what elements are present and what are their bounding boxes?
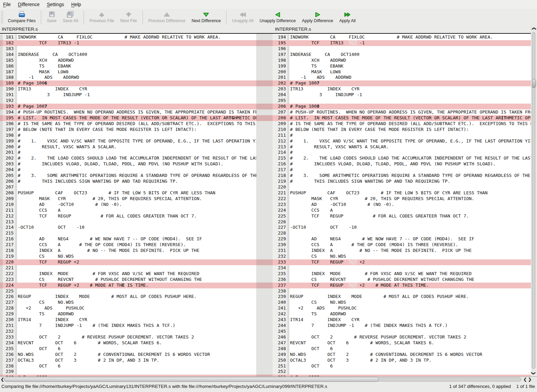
line-number: 246 bbox=[273, 334, 287, 340]
next-file-button[interactable]: Next File bbox=[117, 10, 140, 24]
code-text: REGUP INDEX MODE # MOST ALL OP CODES PUS… bbox=[289, 294, 531, 300]
diff-marker-strip bbox=[0, 230, 3, 236]
toolbar: Compare Files Save Save AllPrevious File… bbox=[0, 9, 537, 26]
code-text: -OCT10 OCT -10 bbox=[17, 225, 256, 230]
save-button[interactable]: Save bbox=[44, 10, 60, 24]
diff-line[interactable]: 206# Page 1008 bbox=[273, 104, 531, 109]
previous-difference-button[interactable]: Previous Difference bbox=[145, 10, 189, 24]
diff-line[interactable]: 182 TCF ITR13 -1 bbox=[0, 40, 256, 46]
diff-marker-strip bbox=[0, 219, 3, 225]
changed-chars: 7 bbox=[317, 80, 319, 86]
line-number: 237 bbox=[3, 358, 15, 363]
code-line: 218# 3. SOME ARITHMETIC OPERATIONS REQUI… bbox=[273, 173, 531, 179]
scroll-down-icon[interactable]: ❯ bbox=[532, 372, 536, 375]
line-number: 226 bbox=[273, 219, 287, 225]
line-number: 216 bbox=[3, 236, 15, 242]
scroll-right-icon[interactable]: ❯ bbox=[528, 377, 532, 381]
line-number: 196 bbox=[273, 46, 287, 52]
gutter-band bbox=[256, 179, 273, 184]
line-number: 214 bbox=[273, 150, 287, 155]
triangle-left-icon bbox=[274, 11, 281, 18]
line-number: 232 bbox=[273, 254, 287, 259]
gutter-band bbox=[256, 75, 273, 80]
diff-marker-strip bbox=[0, 271, 3, 277]
gutter-band bbox=[256, 98, 273, 104]
code-text: # RESULT, VXSC WANTS A SCALAR. bbox=[17, 144, 256, 150]
code-text: ITR13 INDEX CYR bbox=[17, 86, 256, 92]
diff-line[interactable]: 202# Page 1007 bbox=[273, 80, 531, 86]
code-line: 239 bbox=[0, 369, 256, 375]
gutter-band bbox=[256, 92, 273, 98]
code-text: INDWORK CA FIXLOC # MAKE ADDRWD RELATIVE… bbox=[17, 34, 256, 40]
menu-settings[interactable]: Settings bbox=[47, 2, 64, 7]
toolbar-separator bbox=[41, 11, 41, 24]
diff-marker-strip bbox=[0, 138, 3, 144]
pane-headers: INTERPRETER.s INTERPRETER.s bbox=[0, 26, 537, 34]
diff-marker-strip bbox=[0, 58, 3, 63]
code-text bbox=[17, 219, 256, 225]
code-text: # THIS INCLUDES SIGN WANTING DP AND TAD … bbox=[17, 179, 256, 184]
next-difference-button[interactable]: Next Difference bbox=[188, 10, 224, 24]
gutter-band bbox=[256, 121, 273, 127]
diff-marker-strip bbox=[0, 334, 3, 340]
toolbar-grip[interactable] bbox=[1, 11, 3, 24]
code-line: 214-OCT10 OCT -10 bbox=[0, 225, 256, 230]
code-text: -1 ADS ADDRWD bbox=[17, 75, 256, 80]
code-line: 229 AD NEG4 # WE NOW HAVE 7 -- OP CODE (… bbox=[273, 236, 531, 242]
horizontal-scrollbar-thumb[interactable] bbox=[4, 377, 379, 382]
scroll-up-icon[interactable]: ❯ bbox=[532, 27, 536, 30]
line-number: 202 bbox=[273, 80, 287, 86]
code-line: 231 INDEX A # NO -- THE MODE IS DEFINITE… bbox=[273, 248, 531, 254]
apply-difference-button[interactable]: Apply Difference bbox=[299, 10, 336, 24]
diff-marker-strip bbox=[0, 254, 3, 259]
line-number: 221 bbox=[3, 265, 15, 271]
code-text: -1 ADS ADDRWD bbox=[289, 75, 531, 80]
code-text: # Page 1007 bbox=[289, 80, 531, 86]
vertical-scrollbar-thumb[interactable] bbox=[532, 79, 536, 88]
diff-line[interactable]: 233 TCF REGUP +2 bbox=[273, 259, 531, 265]
diff-marker-strip bbox=[0, 265, 3, 271]
diff-line[interactable]: 237 TCF REGUP +2 # MODE AT THIS TIME. bbox=[273, 283, 531, 288]
unapply-difference-button[interactable]: Unapply Difference bbox=[257, 10, 299, 24]
menu-help[interactable]: Help bbox=[71, 2, 81, 7]
scroll-left-icon[interactable]: ❮ bbox=[1, 377, 4, 381]
line-number: 230 bbox=[3, 317, 15, 323]
diff-line[interactable]: 220 TCF REGUP +2 bbox=[0, 259, 256, 265]
line-number: 208 bbox=[3, 190, 15, 196]
left-pane: 181INDWORK CA FIXLOC # MAKE ADDRWD RELAT… bbox=[0, 34, 256, 376]
unapply-all-button[interactable]: Unapply All bbox=[229, 10, 257, 24]
diff-line[interactable]: 224 TCF REGUP +2 # MODE AT THE IS TIME. bbox=[0, 283, 256, 288]
previous-file-button[interactable]: Previous File bbox=[86, 10, 117, 24]
line-number: 207 bbox=[273, 109, 287, 115]
scroll-left-end-icon[interactable]: ❮ bbox=[523, 377, 527, 381]
diff-line[interactable]: 193# Page 1007 bbox=[0, 104, 256, 109]
code-text: TS EBANK bbox=[289, 63, 531, 69]
apply-all-button[interactable]: Apply All bbox=[336, 10, 359, 24]
menu-difference[interactable]: Difference bbox=[18, 2, 40, 7]
diff-line[interactable]: 208# LIST. IN MOST CASES THE MODE OF THE… bbox=[273, 115, 531, 121]
gutter-band bbox=[256, 358, 273, 363]
line-number: 209 bbox=[273, 121, 287, 127]
save-all-button[interactable]: Save All bbox=[60, 10, 81, 24]
code-line: 236NO.WDS OCT 2 # CONVENTIONAL DECREMENT… bbox=[0, 352, 256, 358]
inserted-space-stipple bbox=[349, 283, 357, 288]
code-text: # 2. THE LOAD CODES SHOULD LOAD THE ACCU… bbox=[289, 155, 531, 161]
code-line: 232 bbox=[0, 329, 256, 334]
vertical-scrollbar[interactable]: ❯ ❯ bbox=[531, 26, 537, 376]
gutter-band bbox=[256, 161, 273, 167]
diff-line[interactable]: 195 TCF ITR13 -1 bbox=[273, 40, 531, 46]
menu-file[interactable]: File bbox=[3, 2, 11, 7]
code-text: OCT 6 bbox=[17, 363, 256, 369]
line-number: 234 bbox=[273, 265, 287, 271]
code-line: 210 AD -OCT10 # (NO -0). bbox=[0, 202, 256, 208]
gutter-band bbox=[256, 369, 273, 375]
code-line: 208PUSHUP CAF OCT23 # IF THE LOW 5 BITS … bbox=[0, 190, 256, 196]
compare-files-button[interactable]: Compare Files bbox=[5, 10, 39, 24]
horizontal-scrollbar[interactable]: ❮ ❮ ❯ bbox=[0, 376, 537, 382]
gutter-band bbox=[256, 46, 273, 52]
code-line: 200 MASK LOW8 bbox=[273, 69, 531, 75]
diff-line[interactable]: 189# Page 1006 bbox=[0, 80, 256, 86]
code-text: # IS THE SAME AS THE TYPE OF OPERAND DES… bbox=[289, 121, 531, 127]
diff-marker-strip bbox=[0, 133, 3, 138]
diff-line[interactable]: 195# LIST. IN MOST CASES THE MODE OF THE… bbox=[0, 115, 256, 121]
